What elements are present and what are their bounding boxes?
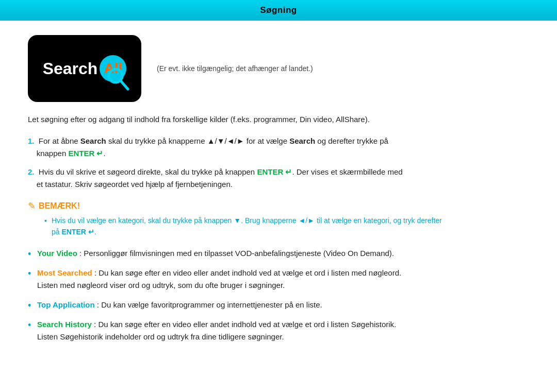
logo-box: Search All — [28, 35, 141, 102]
header-bar: Søgning — [0, 0, 557, 21]
note-list: Hvis du vil vælge en kategori, skal du t… — [44, 215, 529, 238]
bullet-most-searched: Most Searched : Du kan søge efter en vid… — [28, 267, 529, 292]
bullet-list: Your Video : Personliggør filmvisningen … — [28, 247, 529, 343]
bullet-text-your-video: : Personliggør filmvisningen med en tilp… — [79, 249, 394, 258]
note-pencil-icon: ✎ — [28, 200, 36, 212]
step-1-search-bold2: Search — [289, 137, 315, 145]
bullet-search-history: Search History : Du kan søge efter en vi… — [28, 318, 529, 343]
magnifier-icon — [107, 67, 130, 94]
bullet-label-your-video: Your Video — [37, 249, 77, 258]
logo-search-text: Search — [43, 59, 98, 78]
note-section: ✎ BEMÆRK! Hvis du vil vælge en kategori,… — [28, 200, 529, 238]
step-1-number: 1. — [28, 137, 35, 145]
note-header: ✎ BEMÆRK! — [28, 200, 529, 212]
step-2-enter: ENTER ↵ — [257, 167, 292, 176]
step-1-enter: ENTER ↵ — [68, 149, 103, 158]
bullet-top-application: Top Application : Du kan vælge favoritpr… — [28, 299, 529, 311]
steps-section: 1. For at åbne Search skal du trykke på … — [28, 135, 529, 191]
bullet-label-most-searched: Most Searched — [37, 268, 92, 277]
bullet-your-video: Your Video : Personliggør filmvisningen … — [28, 247, 529, 260]
bullet-text-top-application: : Du kan vælge favoritprogrammer og inte… — [97, 300, 322, 309]
step-2: 2. Hvis du vil skrive et søgeord direkte… — [28, 166, 529, 191]
step-1-search-bold: Search — [80, 137, 106, 145]
intro-text: Let søgning efter og adgang til indhold … — [28, 113, 529, 126]
caption: (Er evt. ikke tilgængelig; det afhænger … — [157, 63, 313, 74]
note-content: Hvis du vil vælge en kategori, skal du t… — [44, 215, 529, 238]
header-title: Søgning — [260, 5, 297, 15]
main-content: Search All (Er evt. ikke tilgængelig; de… — [0, 35, 557, 343]
note-item-1: Hvis du vil vælge en kategori, skal du t… — [44, 215, 529, 238]
step-1: 1. For at åbne Search skal du trykke på … — [28, 135, 529, 160]
note-label: BEMÆRK! — [39, 201, 80, 211]
step-2-number: 2. — [28, 167, 35, 176]
note-enter: ENTER ↵ — [61, 228, 94, 236]
logo-section: Search All (Er evt. ikke tilgængelig; de… — [28, 35, 529, 102]
bullet-label-top-application: Top Application — [37, 300, 95, 309]
svg-line-1 — [121, 81, 128, 89]
bullet-label-search-history: Search History — [37, 320, 92, 329]
